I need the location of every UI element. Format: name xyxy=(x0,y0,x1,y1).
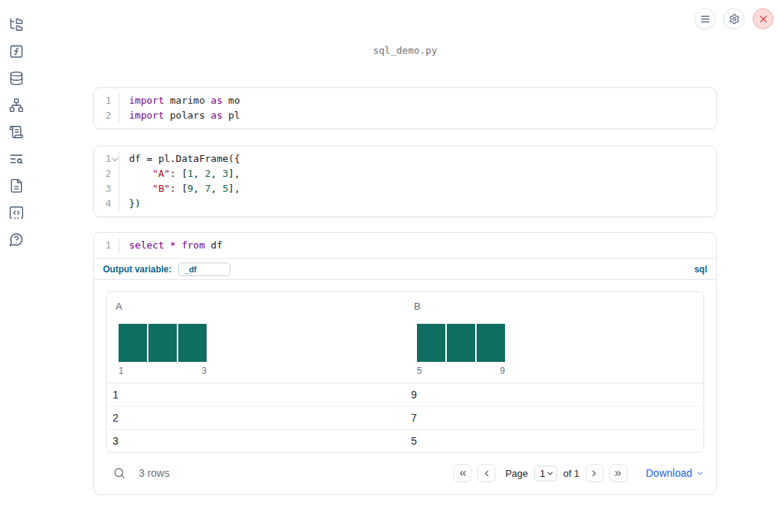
code-text: import marimo as mo xyxy=(119,93,240,108)
line-number: 1 xyxy=(94,238,119,253)
line-number: 2 xyxy=(94,166,119,181)
line-number: 2 xyxy=(94,108,119,123)
table-cell[interactable]: 7 xyxy=(405,407,703,430)
line-number: 3 xyxy=(94,181,119,196)
code-text: "A": [1, 2, 3], xyxy=(119,166,240,181)
column-header-a[interactable]: A 1 3 xyxy=(107,292,405,384)
output-variable-input[interactable] xyxy=(178,263,230,276)
table-cell[interactable]: 5 xyxy=(405,430,703,453)
histogram-min-label: 1 xyxy=(119,366,124,376)
chevrons-right-icon xyxy=(613,469,623,478)
last-page-button[interactable] xyxy=(609,464,627,482)
download-label: Download xyxy=(646,467,692,479)
download-button[interactable]: Download xyxy=(646,467,704,479)
code-text: import polars as pl xyxy=(119,108,240,123)
column-label: A xyxy=(113,301,122,312)
sql-language-badge: sql xyxy=(694,264,707,275)
code-line[interactable]: 1df = pl.DataFrame({ xyxy=(94,151,716,166)
close-icon xyxy=(758,13,769,25)
histogram-axis-labels: 1 3 xyxy=(119,366,207,376)
page-select[interactable]: 1 xyxy=(534,466,557,481)
code-editor[interactable]: 1df = pl.DataFrame({2 "A": [1, 2, 3],3 "… xyxy=(94,146,716,216)
line-number: 4 xyxy=(94,196,119,211)
help-chat-icon[interactable] xyxy=(9,232,24,247)
documentation-icon[interactable] xyxy=(9,178,24,193)
column-label: B xyxy=(411,301,421,312)
column-header-b[interactable]: B 5 9 xyxy=(405,292,703,384)
code-line[interactable]: 1import marimo as mo xyxy=(94,93,716,108)
window-toolbar xyxy=(694,8,774,29)
page-of-label: of 1 xyxy=(563,468,580,479)
table-row[interactable]: 19 xyxy=(107,384,703,407)
snippets-icon[interactable] xyxy=(9,205,24,220)
dataframe-table: A 1 3 B 5 9 xyxy=(106,291,704,453)
output-variable-label: Output variable: xyxy=(103,264,172,275)
variables-icon[interactable] xyxy=(9,44,24,59)
code-line[interactable]: 2 "A": [1, 2, 3], xyxy=(94,166,716,181)
column-b-histogram[interactable] xyxy=(417,324,697,362)
settings-button[interactable] xyxy=(724,8,744,29)
histogram-bar xyxy=(178,324,207,362)
row-count: 3 rows xyxy=(139,467,169,479)
code-line[interactable]: 2import polars as pl xyxy=(94,108,716,123)
histogram-bar xyxy=(417,324,445,362)
table-cell[interactable]: 9 xyxy=(405,384,703,407)
data-sources-icon[interactable] xyxy=(9,71,24,86)
histogram-max-label: 9 xyxy=(500,366,505,376)
pagination: Page 1 of 1 Download xyxy=(454,464,704,482)
histogram-bar xyxy=(119,324,147,362)
code-line[interactable]: 4}) xyxy=(94,196,716,211)
chevrons-left-icon xyxy=(458,469,468,478)
histogram-bar xyxy=(148,324,177,362)
histogram-axis-labels: 5 9 xyxy=(417,366,505,376)
histogram-bar xyxy=(477,324,505,362)
line-number: 1 xyxy=(94,93,119,108)
chevron-down-icon xyxy=(546,469,554,478)
table-footer: 3 rows Page 1 of 1 xyxy=(106,462,704,484)
search-icon[interactable] xyxy=(113,466,126,480)
table-cell[interactable]: 1 xyxy=(107,384,405,407)
chevron-right-icon xyxy=(589,469,599,478)
table-row[interactable]: 27 xyxy=(107,407,703,430)
page-label: Page xyxy=(505,468,527,479)
helper-panel-sidebar xyxy=(0,0,33,532)
code-text: select * from df xyxy=(119,238,222,253)
table-cell[interactable]: 3 xyxy=(107,430,405,453)
chevron-left-icon xyxy=(482,469,492,478)
scratchpad-search-icon[interactable] xyxy=(9,151,24,166)
histogram-bar xyxy=(447,324,475,362)
code-text: "B": [9, 7, 5], xyxy=(119,181,240,196)
histogram-min-label: 5 xyxy=(417,366,422,376)
histogram-max-label: 3 xyxy=(201,366,207,376)
dataframe-cell[interactable]: 1df = pl.DataFrame({2 "A": [1, 2, 3],3 "… xyxy=(93,145,717,217)
table-cell[interactable]: 2 xyxy=(107,407,405,430)
chevron-down-icon xyxy=(696,469,704,478)
page-select-value: 1 xyxy=(540,468,545,479)
next-page-button[interactable] xyxy=(586,464,603,482)
code-line[interactable]: 3 "B": [9, 7, 5], xyxy=(94,181,716,196)
code-text: }) xyxy=(119,196,141,211)
imports-cell[interactable]: 1import marimo as mo2import polars as pl xyxy=(93,87,717,129)
fold-chevron-icon[interactable] xyxy=(112,155,118,161)
code-line[interactable]: 1select * from df xyxy=(94,238,716,253)
code-editor[interactable]: 1select * from df xyxy=(94,233,716,258)
line-number: 1 xyxy=(94,151,119,166)
prev-page-button[interactable] xyxy=(477,464,495,482)
dependency-graph-icon[interactable] xyxy=(9,98,24,113)
code-text: df = pl.DataFrame({ xyxy=(119,151,240,166)
first-page-button[interactable] xyxy=(454,464,471,482)
table-row[interactable]: 35 xyxy=(107,430,703,453)
menu-icon xyxy=(700,13,711,25)
settings-gear-icon xyxy=(729,13,740,25)
table-body: 192735 xyxy=(107,384,703,453)
shutdown-button[interactable] xyxy=(753,8,774,29)
menu-button[interactable] xyxy=(694,8,715,29)
logs-icon[interactable] xyxy=(9,125,24,140)
code-editor[interactable]: 1import marimo as mo2import polars as pl xyxy=(94,88,716,128)
sql-cell-footer: Output variable: sql xyxy=(94,258,716,279)
sql-output-panel: A 1 3 B 5 9 xyxy=(93,280,717,495)
column-a-histogram[interactable] xyxy=(119,324,399,362)
sql-cell[interactable]: 1select * from df Output variable: sql xyxy=(93,232,717,280)
file-explorer-icon[interactable] xyxy=(9,17,24,32)
notebook-content: sql_demo.py 1import marimo as mo2import … xyxy=(93,45,717,495)
